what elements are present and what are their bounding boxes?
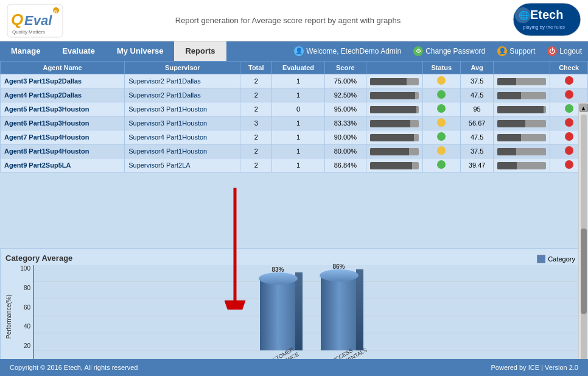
progress-bar-2: [497, 120, 546, 127]
header-title: Report generation for Average score repo…: [64, 16, 512, 25]
progress-bar-1: [370, 120, 419, 127]
bar1-cell: [366, 158, 422, 172]
score: 92.50%: [325, 88, 366, 102]
status2-dot: [565, 160, 573, 169]
status1-cell: [422, 144, 460, 158]
score: 86.84%: [325, 158, 366, 172]
footer: Copyright © 2016 Etech, All rights reser…: [0, 359, 588, 376]
avg: 37.5: [460, 144, 493, 158]
bar2-cell: [494, 88, 550, 102]
agent-name: Agent4 Part1Sup2Dallas: [1, 88, 125, 102]
table-row: Agent5 Part1Sup3Houston Supervisor3 Part…: [1, 102, 588, 116]
chart-area: Category Average Category Performance(%)…: [0, 248, 588, 359]
progress-bar-2: [497, 162, 546, 169]
progress-bar-1: [370, 134, 419, 141]
evaluated: 1: [272, 116, 325, 130]
total: 2: [240, 158, 272, 172]
table-row: Agent7 Part1Sup4Houston Supervisor4 Part…: [1, 130, 588, 144]
status2-cell: [550, 74, 588, 88]
col-total: Total: [240, 62, 272, 74]
supervisor-name: Supervisor2 Part1Dallas: [125, 74, 240, 88]
table-row: Agent8 Part1Sup4Houston Supervisor4 Part…: [1, 144, 588, 158]
logo-etech: Etech playing by the rules 🌐: [512, 2, 582, 39]
col-score: Score: [325, 62, 366, 74]
status1-dot: [437, 76, 446, 85]
table-row: Agent9 Part2Sup5LA Supervisor5 Part2LA 2…: [1, 158, 588, 172]
status1-dot: [437, 146, 446, 155]
v-scrollbar-track[interactable]: [581, 115, 587, 359]
status1-cell: [422, 88, 460, 102]
supervisor-name: Supervisor4 Part1Houston: [125, 130, 240, 144]
avg: 56.67: [460, 116, 493, 130]
status2-cell: [550, 88, 588, 102]
bar1-cell: [366, 88, 422, 102]
footer-powered-by: Powered by ICE | Version 2.0: [491, 364, 579, 371]
power-icon: ⏻: [547, 46, 557, 56]
status2-dot: [565, 118, 573, 127]
total: 2: [240, 88, 272, 102]
svg-text:R: R: [54, 10, 57, 13]
chart-legend: Category: [537, 255, 575, 263]
footer-copyright: Copyright © 2016 Etech, All rights reser…: [10, 364, 138, 371]
agent-name: Agent9 Part2Sup5LA: [1, 158, 125, 172]
scroll-up-arrow[interactable]: ▲: [579, 104, 588, 112]
navbar: Manage Evaluate My Universe Reports 👤 We…: [0, 41, 588, 61]
y-axis-label: Performance(%): [5, 265, 12, 359]
table-area: Agent Name Supervisor Total Evaluated Sc…: [0, 61, 588, 248]
v-scrollbar[interactable]: ▲ ▼: [578, 102, 588, 359]
agent-name: Agent5 Part1Sup3Houston: [1, 102, 125, 116]
agent-name: Agent3 Part1Sup2Dallas: [1, 74, 125, 88]
svg-text:Etech: Etech: [530, 8, 563, 21]
bar2-cell: [494, 74, 550, 88]
bar2-cell: [494, 158, 550, 172]
main-content: Agent Name Supervisor Total Evaluated Sc…: [0, 61, 588, 359]
table-row: Agent6 Part1Sup3Houston Supervisor3 Part…: [1, 116, 588, 130]
col-status1: Status: [422, 62, 460, 74]
evaluated: 1: [272, 158, 325, 172]
status2-dot: [565, 104, 573, 113]
status1-cell: [422, 102, 460, 116]
nav-logout[interactable]: ⏻ Logout: [541, 41, 588, 61]
bar1-cell: [366, 116, 422, 130]
supervisor-name: Supervisor3 Part1Houston: [125, 116, 240, 130]
chart-plot: 83% CUSTOME: [33, 265, 583, 359]
nav-my-universe[interactable]: My Universe: [106, 41, 175, 61]
legend-box: [537, 255, 545, 263]
v-scrollbar-thumb[interactable]: [581, 229, 587, 314]
support-icon: 👤: [497, 46, 507, 56]
nav-evaluate[interactable]: Evaluate: [51, 41, 105, 61]
total: 2: [240, 144, 272, 158]
status1-cell: [422, 116, 460, 130]
svg-text:Q: Q: [11, 10, 23, 29]
col-evaluated: Evaluated: [272, 62, 325, 74]
bar2-cell: [494, 144, 550, 158]
user-icon: 👤: [294, 46, 304, 56]
col-agent: Agent Name: [1, 62, 125, 74]
nav-support[interactable]: 👤 Support: [491, 41, 541, 61]
data-table: Agent Name Supervisor Total Evaluated Sc…: [0, 61, 588, 172]
supervisor-name: Supervisor3 Part1Houston: [125, 102, 240, 116]
status2-dot: [565, 132, 573, 141]
avg: 95: [460, 102, 493, 116]
status1-dot: [437, 160, 446, 169]
progress-bar-1: [370, 148, 419, 155]
svg-text:Quality Matters: Quality Matters: [12, 29, 45, 35]
evaluated: 1: [272, 130, 325, 144]
score: 83.33%: [325, 116, 366, 130]
agent-name: Agent8 Part1Sup4Houston: [1, 144, 125, 158]
nav-manage[interactable]: Manage: [0, 41, 51, 61]
nav-reports[interactable]: Reports: [174, 41, 226, 61]
score: 90.00%: [325, 130, 366, 144]
col-bar1: [366, 62, 422, 74]
score: 75.00%: [325, 74, 366, 88]
col-status2: Check: [550, 62, 588, 74]
progress-bar-2: [497, 78, 546, 85]
avg: 47.5: [460, 130, 493, 144]
supervisor-name: Supervisor5 Part2LA: [125, 158, 240, 172]
bar-group-1: 83% CUSTOME: [260, 277, 296, 359]
total: 2: [240, 130, 272, 144]
evaluated: 1: [272, 74, 325, 88]
avg: 47.5: [460, 88, 493, 102]
nav-change-password[interactable]: ⚙ Change Password: [407, 41, 491, 61]
status2-dot: [565, 76, 573, 85]
